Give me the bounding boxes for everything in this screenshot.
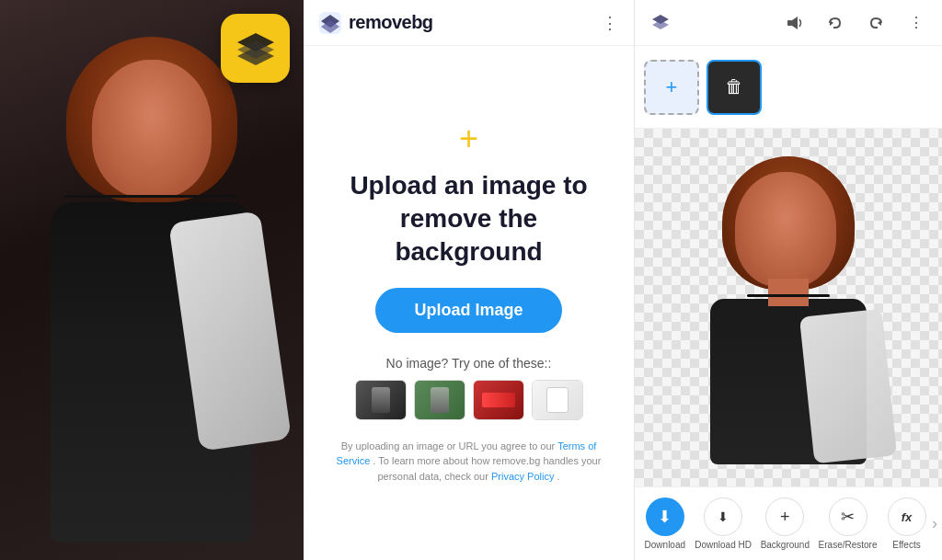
scroll-right-button[interactable]: › — [932, 514, 937, 533]
app-logo-box — [221, 14, 290, 83]
background-icon: + — [780, 508, 790, 527]
right-bottom-toolbar: ⬇ Download ⬇ Download HD + Background ✂ … — [635, 486, 942, 560]
download-circle: ⬇ — [646, 497, 684, 536]
middle-panel: removebg ⋮ + Upload an image to remove t… — [304, 0, 635, 560]
delete-image-icon: 🗑 — [725, 76, 743, 97]
effects-circle: fx — [888, 497, 926, 536]
add-image-button[interactable]: + — [644, 60, 699, 115]
erase-circle: ✂ — [829, 497, 867, 536]
download-hd-circle: ⬇ — [704, 497, 742, 536]
erase-icon: ✂ — [841, 507, 855, 527]
effects-button[interactable]: fx Effects — [881, 492, 932, 555]
brand-name: removebg — [349, 12, 433, 33]
privacy-policy-link[interactable]: Privacy Policy — [491, 471, 554, 482]
svg-marker-10 — [830, 20, 833, 26]
right-preview-area — [635, 129, 942, 486]
hero-person-image — [0, 0, 304, 560]
try-these-section: No image? Try one of these:: — [355, 356, 583, 420]
logo-layers-icon — [236, 31, 276, 66]
svg-marker-7 — [652, 20, 669, 29]
sample-image-4[interactable] — [532, 380, 583, 420]
download-hd-icon: ⬇ — [718, 509, 729, 524]
redo-button[interactable] — [859, 6, 892, 40]
svg-marker-9 — [792, 17, 798, 29]
upload-plus-icon: + — [459, 122, 478, 155]
right-toolbar: ⋮ — [635, 0, 942, 46]
background-circle: + — [765, 497, 804, 536]
current-image-thumbnail[interactable]: 🗑 — [706, 60, 762, 115]
download-hd-button[interactable]: ⬇ Download HD — [691, 492, 756, 555]
erase-restore-button[interactable]: ✂ Erase/Restore — [814, 492, 881, 555]
upload-image-button[interactable]: Upload Image — [375, 288, 561, 333]
effects-label: Effects — [892, 540, 920, 550]
svg-rect-8 — [787, 20, 792, 26]
download-icon: ⬇ — [658, 507, 672, 527]
undo-button[interactable] — [819, 6, 852, 40]
header-menu-button[interactable]: ⋮ — [602, 13, 620, 33]
effects-icon: fx — [902, 510, 913, 524]
download-label: Download — [645, 540, 685, 550]
right-images-row: + 🗑 — [635, 46, 942, 129]
speaker-icon[interactable] — [778, 6, 811, 40]
download-button[interactable]: ⬇ Download — [639, 492, 691, 555]
sample-image-3[interactable] — [473, 380, 524, 420]
download-hd-label: Download HD — [695, 540, 752, 550]
sample-image-2[interactable] — [414, 380, 465, 420]
disclaimer-text: By uploading an image or URL you agree t… — [331, 439, 607, 485]
brand-logo: removebg — [317, 10, 433, 36]
sample-image-1[interactable] — [355, 380, 407, 420]
layers-svg-icon — [236, 31, 276, 66]
try-these-label: No image? Try one of these:: — [355, 356, 583, 371]
upload-title: Upload an image to remove the background — [340, 169, 598, 269]
middle-content: + Upload an image to remove the backgrou… — [304, 46, 634, 560]
background-label: Background — [761, 540, 810, 550]
layers-toolbar-icon[interactable] — [644, 6, 677, 40]
brand-icon — [317, 10, 343, 36]
middle-header: removebg ⋮ — [304, 0, 634, 46]
erase-restore-label: Erase/Restore — [819, 540, 878, 550]
svg-marker-11 — [878, 20, 881, 26]
left-panel — [0, 0, 304, 560]
right-panel: ⋮ + 🗑 — [635, 0, 942, 560]
background-button[interactable]: + Background — [756, 492, 815, 555]
toolbar-menu-button[interactable]: ⋮ — [900, 6, 933, 40]
preview-person — [696, 152, 880, 464]
sample-images-row — [355, 380, 583, 420]
